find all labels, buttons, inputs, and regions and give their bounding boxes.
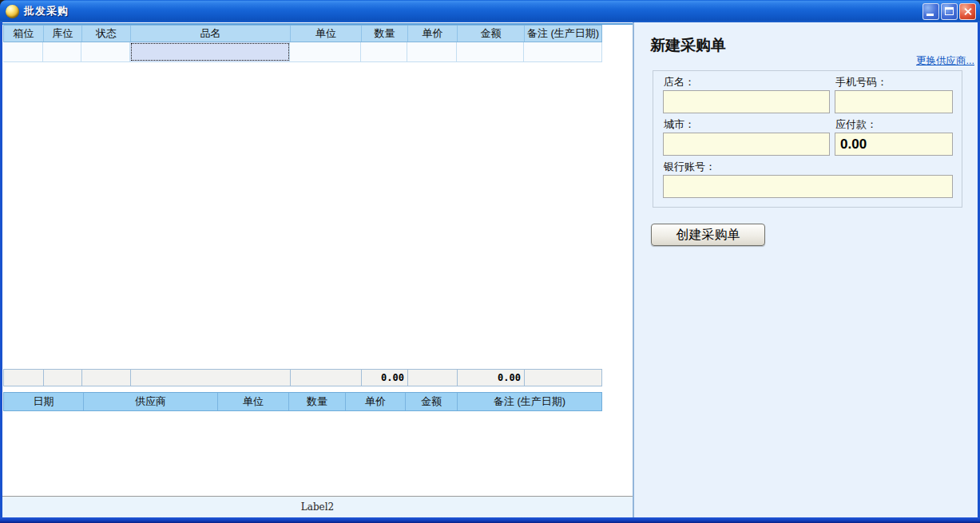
- total-cell-shelf-position: [44, 370, 82, 386]
- history-col-amount[interactable]: 金额: [406, 393, 458, 410]
- history-col-remark[interactable]: 备注 (生产日期): [458, 393, 601, 410]
- total-cell-status: [82, 370, 131, 386]
- history-col-quantity[interactable]: 数量: [289, 393, 346, 410]
- store-name-label: 店名：: [664, 76, 830, 89]
- bank-account-label: 银行账号：: [664, 160, 953, 173]
- maximize-icon: [945, 7, 954, 15]
- row-cell-unit[interactable]: [290, 42, 361, 61]
- history-col-supplier[interactable]: 供应商: [84, 393, 218, 410]
- top-grid-row: [3, 42, 602, 62]
- history-grid-header: 日期 供应商 单位 数量 单价 金额 备注 (生产日期): [3, 392, 602, 411]
- window-title: 批发采购: [24, 4, 69, 18]
- maximize-button[interactable]: [941, 3, 958, 20]
- top-col-shelf-position[interactable]: 库位: [44, 26, 82, 42]
- payable-input[interactable]: [835, 133, 953, 156]
- status-label: Label2: [301, 501, 334, 513]
- total-cell-box-position: [4, 370, 44, 386]
- totals-row: 0.00 0.00: [3, 369, 602, 386]
- close-icon: [960, 4, 975, 19]
- client-area: 箱位 库位 状态 品名 单位 数量 单价 金额 备注 (生产日期): [2, 22, 978, 517]
- total-quantity-value: 0.00: [362, 370, 408, 386]
- top-col-status[interactable]: 状态: [82, 26, 131, 42]
- row-cell-status[interactable]: [81, 42, 130, 61]
- create-order-button[interactable]: 创建采购单: [651, 224, 765, 246]
- top-col-amount[interactable]: 金额: [458, 26, 525, 42]
- mobile-input[interactable]: [835, 90, 953, 113]
- app-icon: [6, 5, 19, 18]
- store-name-input[interactable]: [663, 90, 830, 113]
- total-cell-product-name: [131, 370, 291, 386]
- history-col-unit-price[interactable]: 单价: [346, 393, 406, 410]
- total-cell-unit: [291, 370, 362, 386]
- top-col-unit-price[interactable]: 单价: [408, 26, 458, 42]
- city-input[interactable]: [663, 133, 830, 156]
- window-controls: [922, 3, 976, 20]
- payable-label: 应付款：: [835, 118, 953, 131]
- change-supplier-link[interactable]: 更换供应商...: [916, 54, 974, 68]
- history-col-unit[interactable]: 单位: [218, 393, 289, 410]
- minimize-icon: [926, 14, 934, 16]
- selected-cell-product-name[interactable]: [130, 42, 290, 61]
- total-amount-value: 0.00: [458, 370, 525, 386]
- title-bar: 批发采购: [0, 0, 980, 22]
- window-bottom-border: [0, 517, 980, 523]
- top-col-product-name[interactable]: 品名: [131, 26, 291, 42]
- top-grid-header: 箱位 库位 状态 品名 单位 数量 单价 金额 备注 (生产日期): [3, 25, 602, 42]
- minimize-button[interactable]: [922, 3, 939, 20]
- top-col-quantity[interactable]: 数量: [362, 26, 408, 42]
- history-col-date[interactable]: 日期: [4, 393, 84, 410]
- row-cell-unit-price[interactable]: [407, 42, 457, 61]
- close-button[interactable]: [959, 3, 976, 20]
- total-cell-unit-price: [408, 370, 458, 386]
- row-cell-box-position[interactable]: [3, 42, 43, 61]
- purchase-grid-pane: 箱位 库位 状态 品名 单位 数量 单价 金额 备注 (生产日期): [2, 22, 633, 517]
- total-cell-remark: [525, 370, 601, 386]
- row-cell-amount[interactable]: [457, 42, 524, 61]
- mobile-label: 手机号码：: [835, 76, 953, 89]
- status-bar: Label2: [2, 497, 633, 517]
- bank-account-input[interactable]: [663, 175, 953, 198]
- new-order-pane: 新建采购单 更换供应商... 店名： 手机号码： 城市：: [634, 22, 978, 517]
- city-label: 城市：: [664, 118, 830, 131]
- top-col-remark[interactable]: 备注 (生产日期): [525, 26, 601, 42]
- form-title: 新建采购单: [650, 35, 726, 56]
- top-col-unit[interactable]: 单位: [291, 26, 362, 42]
- top-col-box-position[interactable]: 箱位: [4, 26, 44, 42]
- row-cell-remark[interactable]: [524, 42, 602, 61]
- app-window: 批发采购 箱位 库位 状态 品名 单位 数量 单价 金额 备注 (生产日期): [0, 0, 980, 523]
- row-cell-shelf-position[interactable]: [43, 42, 81, 61]
- supplier-group-box: 店名： 手机号码： 城市： 应付款：: [653, 70, 962, 208]
- row-cell-quantity[interactable]: [361, 42, 407, 61]
